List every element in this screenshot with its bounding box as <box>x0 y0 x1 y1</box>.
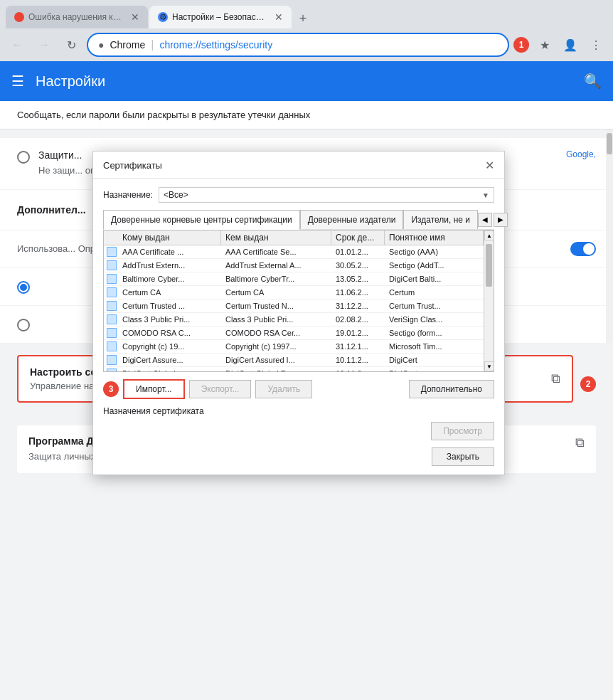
top-notice: Сообщать, если пароли были раскрыты в ре… <box>0 101 613 129</box>
scroll-track <box>484 240 494 361</box>
dialog-tab-1[interactable]: Доверенные издатели <box>300 210 404 229</box>
cert-list[interactable]: Кому выдан Кем выдан Срок де... Понятное… <box>104 230 484 371</box>
hamburger-menu[interactable]: ☰ <box>11 73 24 90</box>
cert-issued-by: COMODO RSA Cer... <box>221 327 331 339</box>
cert-row[interactable]: Certum CA Certum CA 11.06.2... Certum <box>104 286 484 299</box>
cert-icon <box>104 245 118 258</box>
scroll-down[interactable]: ▼ <box>484 361 494 371</box>
back-button[interactable]: ← <box>6 33 28 56</box>
advanced-button[interactable]: Дополнительно <box>409 380 494 398</box>
cert-issued-to: AddTrust Extern... <box>118 260 221 271</box>
dialog-close-row: Закрыть <box>103 447 494 466</box>
dialog-tab-2[interactable]: Издатели, не и <box>403 210 478 229</box>
cert-icon <box>104 299 118 312</box>
address-bar: ← → ↻ ● Chrome | chrome://settings/secur… <box>0 28 613 61</box>
cert-issued-by: Copyright (c) 1997... <box>221 341 331 352</box>
cert-expires: 11.06.2... <box>331 287 385 298</box>
purpose-label: Назначение: <box>103 190 153 200</box>
radio-protect[interactable] <box>17 151 30 164</box>
forward-button[interactable]: → <box>33 33 55 56</box>
refresh-button[interactable]: ↻ <box>60 33 82 56</box>
bookmark-button[interactable]: ★ <box>533 33 556 56</box>
cert-issued-by: AAA Certificate Se... <box>221 246 331 258</box>
cert-row[interactable]: Certum Trusted ... Certum Trusted N... 3… <box>104 299 484 313</box>
tab-2-title: Настройки – Безопасность <box>172 12 267 22</box>
profile-button[interactable]: 👤 <box>559 33 582 56</box>
cert-expires: 02.08.2... <box>331 314 385 325</box>
back-icon: ← <box>11 38 23 51</box>
scroll-up[interactable]: ▲ <box>484 230 494 240</box>
cert-friendly: Sectigo (form... <box>385 327 484 339</box>
cert-list-header: Кому выдан Кем выдан Срок де... Понятное… <box>104 230 484 245</box>
purpose-select[interactable]: <Все> ▼ <box>159 187 494 203</box>
badge-2: 2 <box>580 376 596 392</box>
dialog-tab-0[interactable]: Доверенные корневые центры сертификации <box>103 210 300 230</box>
cert-friendly: Sectigo (AddT... <box>385 260 484 271</box>
toolbar-right: ★ 👤 ⋮ <box>533 33 607 56</box>
scroll-thumb[interactable] <box>486 244 492 287</box>
cert-icon <box>104 286 118 299</box>
search-icon[interactable]: 🔍 <box>584 73 602 90</box>
cert-friendly: DigiCert <box>385 368 484 371</box>
additional-label: Дополнител... <box>17 201 86 218</box>
close-dialog-button[interactable]: Закрыть <box>432 447 494 466</box>
cert-friendly: Certum <box>385 287 484 298</box>
radio-1[interactable] <box>17 281 30 294</box>
radio-2[interactable] <box>17 319 30 332</box>
cert-row[interactable]: DigiCert Global ... DigiCert Global Ro..… <box>104 367 484 371</box>
cert-expires: 19.01.2... <box>331 327 385 339</box>
view-button[interactable]: Просмотр <box>431 422 494 440</box>
import-button[interactable]: Импорт... <box>123 379 185 399</box>
tab-bar: Ошибка нарушения конфи... ✕ ⚙ Настройки … <box>0 0 613 28</box>
cert-expires: 13.05.2... <box>331 273 385 285</box>
new-tab-button[interactable]: + <box>293 9 313 28</box>
cert-issued-to: Certum Trusted ... <box>118 300 221 312</box>
google-link: Google, <box>566 149 596 159</box>
export-button[interactable]: Экспорт... <box>189 380 252 398</box>
tab-2-close[interactable]: ✕ <box>274 11 283 23</box>
cert-row[interactable]: AddTrust Extern... AddTrust External A..… <box>104 259 484 272</box>
cert-row[interactable]: Copyright (c) 19... Copyright (c) 1997..… <box>104 340 484 354</box>
cert-issued-to: AAA Certificate ... <box>118 246 221 258</box>
cert-issued-to: COMODO RSA C... <box>118 327 221 339</box>
menu-button[interactable]: ⋮ <box>585 33 607 56</box>
cert-purposes-label: Назначения сертификата <box>103 406 494 416</box>
certificate-dialog: Сертификаты ✕ Назначение: <Все> ▼ Довере… <box>92 151 505 475</box>
url-separator: | <box>151 38 154 51</box>
cert-expires: 10.11.2... <box>331 354 385 366</box>
delete-button[interactable]: Удалить <box>255 380 312 398</box>
cert-issued-by: Class 3 Public Pri... <box>221 314 331 325</box>
tab-nav-right[interactable]: ▶ <box>494 213 508 227</box>
cert-row[interactable]: DigiCert Assure... DigiCert Assured I...… <box>104 354 484 367</box>
cert-row[interactable]: Class 3 Public Pri... Class 3 Public Pri… <box>104 313 484 327</box>
toggle-use[interactable] <box>570 242 596 256</box>
cert-issued-to: Class 3 Public Pri... <box>118 314 221 325</box>
dialog-close-icon[interactable]: ✕ <box>485 159 494 172</box>
cert-row[interactable]: COMODO RSA C... COMODO RSA Cer... 19.01.… <box>104 327 484 340</box>
badge-1: 1 <box>513 37 529 53</box>
tab-nav-left[interactable]: ◀ <box>478 213 492 227</box>
cert-row[interactable]: AAA Certificate ... AAA Certificate Se..… <box>104 245 484 259</box>
cert-rows: AAA Certificate ... AAA Certificate Se..… <box>104 245 484 371</box>
cert-friendly: DigiCert <box>385 354 484 366</box>
cert-scrollbar[interactable]: ▲ ▼ <box>484 230 494 371</box>
url-site: Chrome <box>110 39 145 51</box>
dialog-tabs: Доверенные корневые центры сертификации … <box>103 210 494 230</box>
url-bar[interactable]: ● Chrome | chrome://settings/security <box>87 33 509 57</box>
cert-issued-by: Certum Trusted N... <box>221 300 331 312</box>
cert-icon <box>104 327 118 339</box>
tab-1-icon <box>14 12 24 22</box>
cert-friendly: Sectigo (AAA) <box>385 246 484 258</box>
page-scrollbar[interactable] <box>606 129 613 343</box>
program-external-icon[interactable]: ⧉ <box>575 435 585 450</box>
cert-manage-external-icon[interactable]: ⧉ <box>551 371 560 386</box>
tab-1-close[interactable]: ✕ <box>131 11 139 23</box>
tab-2[interactable]: ⚙ Настройки – Безопасность ✕ <box>149 6 292 28</box>
tab-1[interactable]: Ошибка нарушения конфи... ✕ <box>6 6 148 28</box>
cert-friendly: Microsoft Tim... <box>385 341 484 352</box>
cert-row[interactable]: Baltimore Cyber... Baltimore CyberTr... … <box>104 272 484 286</box>
cert-issued-to: DigiCert Global ... <box>118 368 221 371</box>
cert-issued-to: DigiCert Assure... <box>118 354 221 366</box>
dialog-body: Назначение: <Все> ▼ Доверенные корневые … <box>93 179 504 474</box>
settings-header: ☰ Настройки 🔍 <box>0 61 613 101</box>
